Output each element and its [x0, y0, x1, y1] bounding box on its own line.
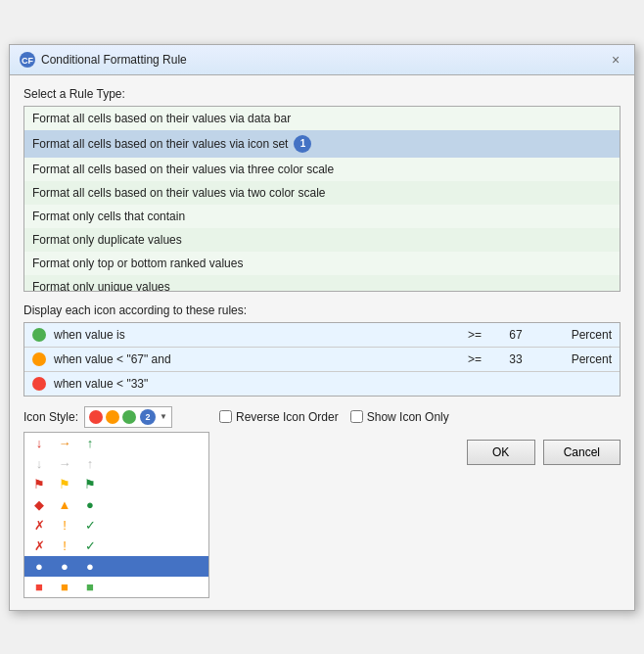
icon-sym: ■ — [30, 580, 48, 594]
icon-style-current-dot — [122, 410, 136, 424]
icon-sym: ● — [81, 559, 99, 574]
ok-cancel-row: OK Cancel — [219, 440, 621, 465]
icon-style-badge: 2 — [140, 409, 156, 425]
checkbox-row: Reverse Icon Order Show Icon Only — [219, 406, 621, 424]
icon-rule-row: when value < "33" — [24, 372, 620, 396]
icon-style-dots — [89, 410, 136, 424]
dropdown-arrow-icon: ▼ — [160, 412, 167, 421]
icon-grid-row[interactable]: ■■■ — [24, 577, 208, 597]
right-controls: Reverse Icon Order Show Icon Only OK Can… — [219, 406, 621, 465]
rule-type-list[interactable]: Format all cells based on their values v… — [23, 106, 621, 292]
icon-rule-type: Percent — [543, 328, 612, 342]
icon-style-selector[interactable]: 2 ▼ — [84, 406, 172, 428]
rule-list-item-unique[interactable]: Format only unique values — [24, 275, 620, 292]
icon-style-label: Icon Style: — [23, 410, 78, 424]
icon-grid-row[interactable]: ↓→↑ — [24, 453, 208, 474]
rule-list-item-iconset[interactable]: Format all cells based on their values v… — [24, 130, 620, 158]
icon-sym: ✓ — [81, 538, 99, 553]
icon-grid-row[interactable]: ✗!✓ — [24, 515, 208, 536]
icon-rule-dot — [32, 352, 46, 366]
icon-style-label-row: Icon Style: 2 ▼ — [23, 406, 209, 428]
icon-rules-label: Display each icon according to these rul… — [23, 304, 621, 317]
show-icon-only-input[interactable] — [350, 410, 363, 423]
icon-rule-row: when value is>=67Percent — [24, 323, 620, 348]
rule-list-item-databar[interactable]: Format all cells based on their values v… — [24, 107, 620, 130]
icon-rule-dot — [32, 377, 46, 391]
icon-sym: → — [56, 456, 73, 471]
icon-sym: ✓ — [81, 518, 99, 533]
reverse-icon-order-label: Reverse Icon Order — [236, 410, 339, 424]
icon-sym: ✗ — [30, 518, 48, 533]
icon-grid-dropdown[interactable]: ↓→↑↓→↑⚑⚑⚑◆▲●✗!✓✗!✓●●●■■■ — [23, 432, 209, 598]
icon-sym: ⚑ — [30, 477, 48, 491]
dialog-title: Conditional Formatting Rule — [41, 53, 187, 67]
icon-grid-row[interactable]: ✗!✓ — [24, 536, 208, 556]
icon-rule-value: 67 — [496, 328, 535, 342]
icon-rule-text: when value < "67" and — [54, 352, 453, 366]
icon-grid-row[interactable]: ↓→↑ — [24, 433, 208, 453]
rule-list-item-twocolour[interactable]: Format all cells based on their values v… — [24, 181, 620, 205]
icon-grid-row[interactable]: ●●● — [24, 556, 208, 577]
reverse-icon-order-input[interactable] — [219, 410, 232, 423]
icon-rule-text: when value is — [54, 328, 453, 342]
icon-sym: ● — [30, 559, 48, 574]
icon-rule-text: when value < "33" — [54, 377, 453, 391]
icon-rule-row: when value < "67" and>=33Percent — [24, 348, 620, 372]
icon-sym: ↓ — [30, 436, 48, 450]
icon-grid-row[interactable]: ◆▲● — [24, 494, 208, 515]
close-button[interactable]: × — [607, 51, 624, 69]
icon-rule-value: 33 — [496, 352, 535, 366]
svg-text:CF: CF — [22, 56, 33, 66]
icon-rule-dot — [32, 328, 46, 342]
icon-rules-table: when value is>=67Percentwhen value < "67… — [23, 322, 621, 397]
icon-rule-type: Percent — [543, 352, 612, 366]
icon-sym: ! — [56, 538, 73, 553]
icon-style-section: Icon Style: 2 ▼ ↓→↑↓→↑⚑⚑⚑◆▲●✗!✓✗!✓●●●■■■ — [23, 406, 209, 598]
icon-sym: ⚑ — [81, 477, 99, 491]
dialog-body: Select a Rule Type: Format all cells bas… — [10, 75, 634, 610]
icon-sym: ◆ — [30, 497, 48, 512]
title-bar-left: CF Conditional Formatting Rule — [20, 52, 187, 68]
show-icon-only-label: Show Icon Only — [367, 410, 449, 424]
icon-sym: ● — [81, 497, 99, 512]
show-icon-only-checkbox[interactable]: Show Icon Only — [350, 410, 449, 424]
rule-list-item-duplicate[interactable]: Format only duplicate values — [24, 228, 620, 252]
rule-list-item-contain[interactable]: Format only cells that contain — [24, 205, 620, 228]
icon-grid-row[interactable]: ⚑⚑⚑ — [24, 474, 208, 494]
bottom-row: Icon Style: 2 ▼ ↓→↑↓→↑⚑⚑⚑◆▲●✗!✓✗!✓●●●■■■ — [23, 406, 621, 598]
icon-sym: ✗ — [30, 538, 48, 553]
cancel-button[interactable]: Cancel — [543, 440, 621, 465]
icon-style-current-dot — [106, 410, 119, 424]
icon-sym: ⚑ — [56, 477, 73, 491]
icon-sym: → — [56, 436, 73, 450]
icon-rule-operator: >= — [461, 352, 488, 366]
icon-sym: ! — [56, 518, 73, 533]
conditional-formatting-dialog: CF Conditional Formatting Rule × Select … — [9, 44, 635, 611]
icon-rule-operator: >= — [461, 328, 488, 342]
icon-sym: ▲ — [56, 497, 73, 512]
icon-sym: ■ — [81, 580, 99, 594]
ok-button[interactable]: OK — [467, 440, 535, 465]
rule-list-item-topbottom[interactable]: Format only top or bottom ranked values — [24, 252, 620, 275]
icon-sym: ■ — [56, 580, 73, 594]
rule-type-label: Select a Rule Type: — [23, 87, 621, 101]
icon-sym: ● — [56, 559, 73, 574]
rule-list-item-threecolor[interactable]: Format all cells based on their values v… — [24, 158, 620, 181]
icon-style-current-dot — [89, 410, 103, 424]
reverse-icon-order-checkbox[interactable]: Reverse Icon Order — [219, 410, 339, 424]
icon-sym: ↓ — [30, 456, 48, 471]
title-bar: CF Conditional Formatting Rule × — [10, 45, 634, 75]
icon-sym: ↑ — [81, 456, 99, 471]
dialog-icon: CF — [20, 52, 35, 68]
icon-sym: ↑ — [81, 436, 99, 450]
